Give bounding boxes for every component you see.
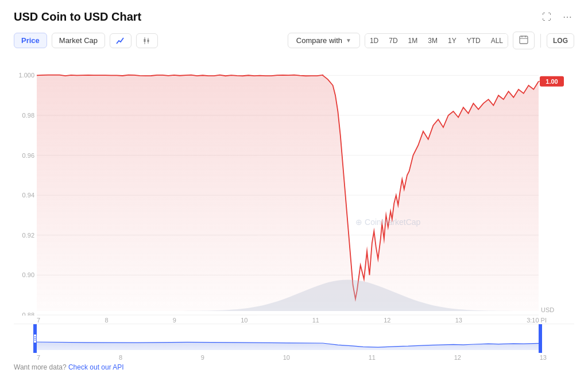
compare-label: Compare with — [296, 36, 342, 45]
page-title: USD Coin to USD Chart — [14, 10, 141, 24]
more-options-button[interactable]: ⋯ — [560, 10, 574, 24]
period-ytd[interactable]: YTD — [462, 34, 485, 48]
x-label-11: 11 — [312, 317, 319, 324]
log-button[interactable]: LOG — [547, 33, 574, 48]
x-label-12: 12 — [384, 317, 390, 324]
calendar-button[interactable] — [513, 32, 535, 49]
x-label-13: 13 — [455, 317, 462, 324]
period-1m[interactable]: 1M — [404, 34, 423, 48]
candle-chart-icon-button[interactable] — [136, 33, 158, 48]
x-label-8: 8 — [105, 317, 108, 324]
chevron-down-icon: ▼ — [346, 37, 351, 44]
x-label-7: 7 — [37, 317, 40, 324]
period-group: 1D 7D 1M 3M 1Y YTD ALL — [365, 33, 508, 48]
price-tab[interactable]: Price — [14, 33, 47, 48]
x-axis-mini: 7 8 9 10 11 12 13 — [14, 353, 574, 361]
x-label-time: 3:10 PI — [527, 317, 547, 324]
svg-rect-3 — [148, 40, 149, 42]
period-7d[interactable]: 7D — [384, 34, 402, 48]
period-3m[interactable]: 3M — [423, 34, 442, 48]
marketcap-tab[interactable]: Market Cap — [52, 33, 105, 48]
main-chart — [14, 55, 574, 316]
line-chart-icon-button[interactable] — [110, 33, 131, 48]
period-all[interactable]: ALL — [486, 34, 508, 48]
want-more-data: Want more data? Check out our API — [14, 363, 124, 371]
x-axis: 7 8 9 10 11 12 13 3:10 PI — [14, 316, 574, 324]
period-1d[interactable]: 1D — [365, 34, 383, 48]
fullscreen-button[interactable]: ⛶ — [540, 11, 554, 24]
period-1y[interactable]: 1Y — [443, 34, 461, 48]
mini-chart[interactable] — [14, 324, 574, 353]
x-label-10: 10 — [241, 317, 247, 324]
compare-with-button[interactable]: Compare with ▼ — [288, 33, 360, 48]
svg-rect-4 — [520, 36, 528, 44]
api-link[interactable]: Check out our API — [68, 363, 124, 371]
svg-rect-1 — [144, 39, 146, 42]
x-label-9: 9 — [173, 317, 176, 324]
